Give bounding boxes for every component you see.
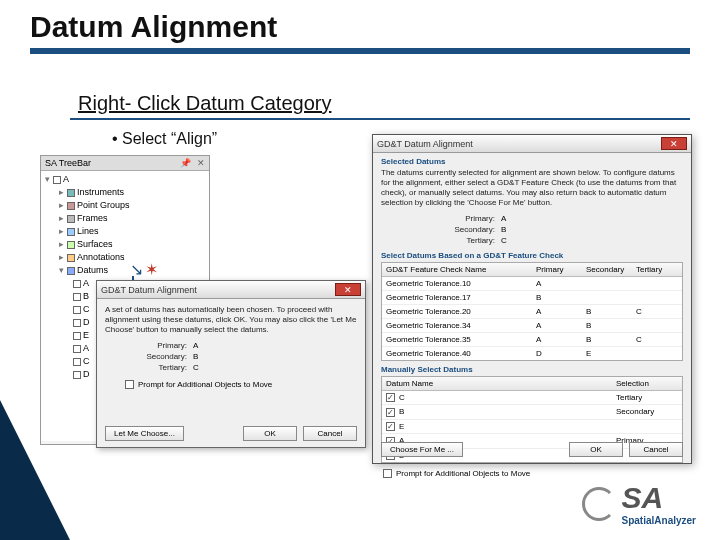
tree-node-datums[interactable]: Datums	[77, 265, 108, 275]
section-instructions: The datums currently selected for alignm…	[373, 168, 691, 212]
slide-subtitle: Right- Click Datum Category	[78, 92, 331, 114]
tree-datum[interactable]: A	[83, 278, 89, 288]
dialog-instructions: A set of datums has automatically been c…	[105, 305, 357, 335]
prompt-checkbox[interactable]	[383, 469, 392, 478]
tree-root[interactable]: A	[63, 174, 69, 184]
subtitle-rule	[70, 118, 690, 120]
datum-checkbox[interactable]	[386, 393, 395, 402]
dialog-title: GD&T Datum Alignment	[377, 139, 473, 149]
secondary-label: Secondary:	[433, 225, 495, 234]
secondary-value: B	[193, 352, 198, 361]
tree-datum[interactable]: A	[83, 343, 89, 353]
tree-datum[interactable]: D	[83, 317, 90, 327]
prompt-label: Prompt for Additional Objects to Move	[138, 380, 272, 389]
prompt-label: Prompt for Additional Objects to Move	[396, 469, 530, 478]
tree-node[interactable]: Surfaces	[77, 239, 113, 249]
pin-icon[interactable]: 📌	[180, 158, 191, 168]
bullet-select-align: Select “Align”	[112, 130, 217, 148]
tree-datum[interactable]: B	[83, 291, 89, 301]
table-row[interactable]: Geometric Tolerance.40DE	[382, 347, 682, 360]
decorative-triangle	[0, 400, 70, 540]
secondary-value: B	[501, 225, 506, 234]
slide-title: Datum Alignment	[30, 10, 690, 44]
datum-checkbox[interactable]	[386, 408, 395, 417]
primary-label: Primary:	[125, 341, 187, 350]
sa-logo: SA SpatialAnalyzer	[582, 481, 696, 526]
fc-header-name: GD&T Feature Check Name	[382, 263, 532, 276]
prompt-checkbox[interactable]	[125, 380, 134, 389]
tertiary-value: C	[193, 363, 199, 372]
table-row[interactable]: Geometric Tolerance.20ABC	[382, 305, 682, 319]
table-row[interactable]: E	[382, 420, 682, 434]
fc-header-tertiary: Tertiary	[632, 263, 682, 276]
tree-datum[interactable]: C	[83, 304, 90, 314]
tertiary-label: Tertiary:	[433, 236, 495, 245]
choose-for-me-button[interactable]: Choose For Me ...	[381, 442, 463, 457]
tree-datum[interactable]: C	[83, 356, 90, 366]
tree-datum[interactable]: D	[83, 369, 90, 379]
tertiary-label: Tertiary:	[125, 363, 187, 372]
table-row[interactable]: CTertiary	[382, 391, 682, 405]
table-row[interactable]: Geometric Tolerance.10A	[382, 277, 682, 291]
fc-header-primary: Primary	[532, 263, 582, 276]
table-row[interactable]: Geometric Tolerance.17B	[382, 291, 682, 305]
section-manual-select: Manually Select Datums	[373, 361, 691, 376]
table-row[interactable]: Geometric Tolerance.35ABC	[382, 333, 682, 347]
let-me-choose-button[interactable]: Let Me Choose...	[105, 426, 184, 441]
ok-button[interactable]: OK	[243, 426, 297, 441]
feature-check-table[interactable]: GD&T Feature Check Name Primary Secondar…	[381, 262, 683, 361]
close-icon[interactable]: ✕	[197, 158, 205, 168]
man-header-selection: Selection	[612, 377, 682, 390]
datum-checkbox[interactable]	[386, 422, 395, 431]
tree-node[interactable]: Point Groups	[77, 200, 130, 210]
datum-alignment-small-dialog: GD&T Datum Alignment ✕ A set of datums h…	[96, 280, 366, 448]
tertiary-value: C	[501, 236, 507, 245]
tree-datum[interactable]: E	[83, 330, 89, 340]
dialog-title: GD&T Datum Alignment	[101, 285, 197, 295]
datum-alignment-big-dialog: GD&T Datum Alignment ✕ Selected Datums T…	[372, 134, 692, 464]
treebar-title: SA TreeBar	[45, 158, 91, 168]
cancel-button[interactable]: Cancel	[629, 442, 683, 457]
close-button[interactable]: ✕	[661, 137, 687, 150]
logo-subtext: SpatialAnalyzer	[622, 515, 696, 526]
table-row[interactable]: BSecondary	[382, 405, 682, 419]
man-header-name: Datum Name	[382, 377, 612, 390]
logo-ring-icon	[582, 487, 616, 521]
title-underline	[30, 48, 690, 54]
fc-header-secondary: Secondary	[582, 263, 632, 276]
close-button[interactable]: ✕	[335, 283, 361, 296]
primary-label: Primary:	[433, 214, 495, 223]
tree-node[interactable]: Annotations	[77, 252, 125, 262]
primary-value: A	[501, 214, 506, 223]
primary-value: A	[193, 341, 198, 350]
table-row[interactable]: Geometric Tolerance.34AB	[382, 319, 682, 333]
tree-node[interactable]: Instruments	[77, 187, 124, 197]
section-feature-check: Select Datums Based on a GD&T Feature Ch…	[373, 247, 691, 262]
tree-node[interactable]: Frames	[77, 213, 108, 223]
secondary-label: Secondary:	[125, 352, 187, 361]
ok-button[interactable]: OK	[569, 442, 623, 457]
logo-text: SA	[622, 481, 696, 515]
tree-node[interactable]: Lines	[77, 226, 99, 236]
cancel-button[interactable]: Cancel	[303, 426, 357, 441]
section-selected-datums: Selected Datums	[373, 153, 691, 168]
